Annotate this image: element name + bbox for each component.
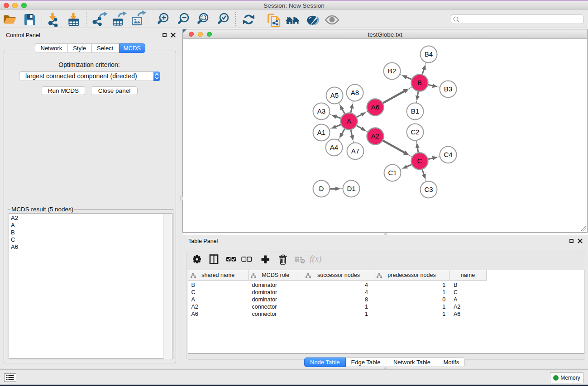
svg-text:B1: B1 [411,107,419,115]
svg-text:A2: A2 [371,132,379,140]
svg-text:A: A [347,117,351,125]
svg-text:B4: B4 [425,50,433,58]
svg-text:C: C [417,157,422,165]
svg-text:D: D [319,185,324,192]
svg-text:A1: A1 [317,129,325,136]
svg-text:B: B [417,79,422,86]
svg-text:A5: A5 [330,91,339,99]
svg-text:A4: A4 [330,143,338,151]
svg-text:A3: A3 [317,107,325,115]
svg-text:A7: A7 [351,147,359,155]
svg-text:D1: D1 [347,185,355,192]
svg-text:A8: A8 [351,89,359,96]
svg-text:B2: B2 [388,67,396,75]
svg-text:C1: C1 [388,169,397,176]
svg-text:C3: C3 [424,186,433,193]
svg-text:C2: C2 [411,128,419,136]
svg-text:B3: B3 [444,85,452,93]
svg-text:C4: C4 [444,151,452,158]
svg-text:A6: A6 [371,103,379,111]
